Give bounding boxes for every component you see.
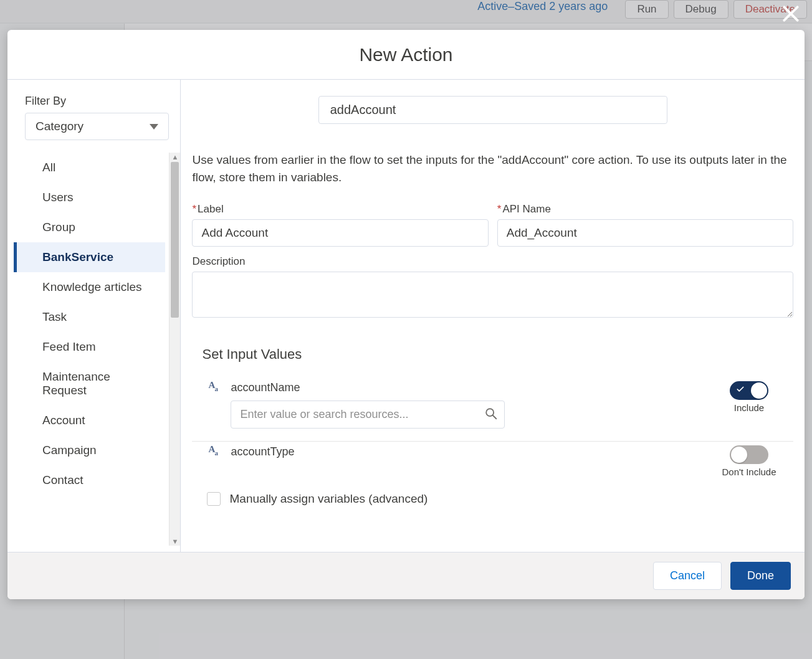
action-config-panel: addAccount Use values from earlier in th… — [181, 80, 805, 552]
include-toggle-column: Include — [715, 381, 783, 413]
modal-footer: Cancel Done — [7, 552, 805, 599]
input-value-field[interactable] — [231, 401, 505, 429]
category-item[interactable]: Account — [14, 405, 165, 435]
modal-body: Filter By Category AllUsersGroupBankServ… — [7, 80, 805, 552]
filter-sidebar: Filter By Category AllUsersGroupBankServ… — [7, 80, 181, 552]
set-input-values-heading: Set Input Values — [202, 346, 793, 363]
done-button[interactable]: Done — [730, 562, 791, 590]
svg-line-1 — [493, 415, 497, 419]
scroll-up-icon[interactable]: ▲ — [170, 153, 180, 161]
scrollbar[interactable]: ▲ ▼ — [169, 153, 180, 546]
text-type-icon: Aa — [208, 447, 221, 459]
category-item[interactable]: Group — [14, 212, 165, 242]
cancel-button[interactable]: Cancel — [653, 562, 722, 590]
scrollbar-thumb[interactable] — [171, 162, 179, 318]
category-item[interactable]: Task — [14, 302, 165, 332]
help-text: Use values from earlier in the flow to s… — [192, 151, 793, 186]
category-item[interactable]: BankService — [14, 242, 165, 272]
label-input[interactable] — [192, 219, 488, 247]
include-toggle[interactable] — [730, 381, 768, 400]
api-name-input[interactable] — [497, 219, 793, 247]
category-list: AllUsersGroupBankServiceKnowledge articl… — [14, 153, 165, 552]
include-toggle-label: Don't Include — [715, 467, 783, 477]
manually-assign-label: Manually assign variables (advanced) — [229, 492, 427, 506]
modal-header: New Action — [7, 30, 805, 80]
category-item[interactable]: Contact — [14, 465, 165, 495]
category-item[interactable]: Feed Item — [14, 332, 165, 362]
label-field-label: *Label — [192, 203, 488, 216]
new-action-modal: New Action Filter By Category AllUsersGr… — [7, 30, 805, 599]
api-name-field-label: *API Name — [497, 203, 793, 216]
input-param-name: accountType — [231, 445, 705, 458]
filter-by-label: Filter By — [7, 95, 180, 113]
search-icon — [484, 407, 498, 423]
category-scroll-area: AllUsersGroupBankServiceKnowledge articl… — [7, 153, 180, 552]
category-item[interactable]: All — [14, 153, 165, 183]
input-value-row: AaaccountNameInclude — [192, 377, 793, 442]
chevron-down-icon — [150, 124, 158, 130]
close-icon[interactable] — [781, 4, 801, 24]
include-toggle[interactable] — [730, 445, 768, 464]
input-value-row: AaaccountTypeDon't Include — [192, 442, 793, 483]
category-item[interactable]: Maintenance Request — [14, 362, 165, 405]
filter-combobox-value: Category — [36, 120, 84, 133]
modal-title: New Action — [359, 44, 452, 65]
include-toggle-column: Don't Include — [715, 445, 783, 477]
action-name-field[interactable]: addAccount — [318, 96, 667, 124]
category-item[interactable]: Users — [14, 183, 165, 212]
scroll-down-icon[interactable]: ▼ — [170, 537, 180, 546]
category-item[interactable]: Campaign — [14, 435, 165, 465]
category-item[interactable]: Knowledge articles — [14, 272, 165, 302]
filter-combobox[interactable]: Category — [25, 113, 169, 140]
input-param-name: accountName — [231, 381, 705, 394]
manually-assign-checkbox[interactable] — [207, 492, 221, 506]
description-input[interactable] — [192, 272, 793, 318]
input-value-main: accountType — [231, 445, 705, 465]
input-value-text[interactable] — [231, 401, 484, 428]
text-type-icon: Aa — [208, 382, 221, 395]
include-toggle-label: Include — [715, 402, 783, 413]
description-field-label: Description — [192, 255, 793, 268]
input-value-main: accountName — [231, 381, 705, 429]
